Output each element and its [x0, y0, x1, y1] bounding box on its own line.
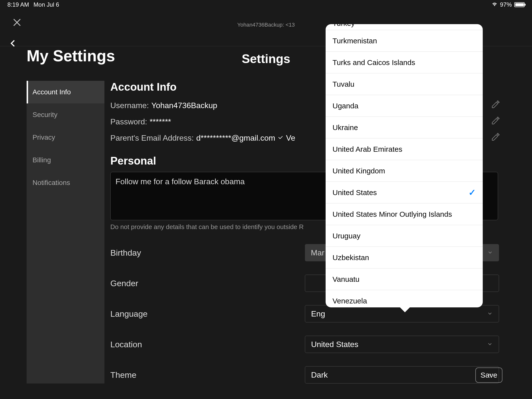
- sidebar-item-privacy[interactable]: Privacy: [27, 126, 104, 149]
- sidebar-item-notifications[interactable]: Notifications: [27, 171, 104, 194]
- dropdown-label: Turkey: [332, 24, 355, 28]
- password-label: Password:: [110, 117, 147, 126]
- sidebar-item-security[interactable]: Security: [27, 103, 104, 126]
- dropdown-label: Turkmenistan: [332, 37, 377, 45]
- status-time: 8:19 AM: [7, 1, 29, 8]
- dropdown-item[interactable]: United Arab Emirates: [326, 138, 483, 160]
- dropdown-item[interactable]: Turkmenistan: [326, 30, 483, 52]
- edit-password-button[interactable]: [491, 116, 500, 127]
- my-settings-heading: My Settings: [27, 47, 115, 65]
- chevron-down-icon: [487, 248, 493, 257]
- close-button[interactable]: [11, 16, 23, 29]
- sidebar-item-label: Security: [33, 111, 57, 118]
- location-label: Location: [110, 340, 305, 349]
- dropdown-item[interactable]: Turks and Caicos Islands: [326, 52, 483, 73]
- username-value: Yohan4736Backup: [151, 101, 217, 110]
- sidebar: Account Info Security Privacy Billing No…: [27, 81, 104, 383]
- username-label: Username:: [110, 101, 149, 110]
- verified-check-icon: [278, 133, 283, 143]
- dropdown-label: Ukraine: [332, 123, 358, 132]
- dropdown-label: United States Minor Outlying Islands: [332, 210, 452, 218]
- sidebar-item-billing[interactable]: Billing: [27, 149, 104, 171]
- location-select[interactable]: United States: [305, 336, 499, 353]
- language-value: Eng: [311, 309, 325, 318]
- dropdown-label: United Arab Emirates: [332, 145, 402, 153]
- dropdown-arrow: [399, 306, 411, 312]
- sidebar-item-label: Billing: [33, 156, 51, 164]
- parent-email-value: d**********@gmail.com: [196, 133, 275, 143]
- dropdown-item[interactable]: Uzbekistan: [326, 247, 483, 268]
- dropdown-item[interactable]: Venezuela: [326, 290, 483, 307]
- dropdown-label: Tuvalu: [332, 80, 354, 88]
- dropdown-item[interactable]: Uganda: [326, 95, 483, 117]
- status-bar: 8:19 AM Mon Jul 6 97%: [0, 0, 532, 9]
- back-button[interactable]: [8, 39, 17, 49]
- battery-icon: [514, 2, 525, 7]
- check-icon: ✓: [468, 187, 476, 198]
- edit-username-button[interactable]: [491, 100, 500, 111]
- edit-parent-email-button[interactable]: [491, 133, 500, 143]
- wifi-icon: [492, 1, 498, 8]
- dropdown-item[interactable]: Vanuatu: [326, 268, 483, 290]
- theme-label: Theme: [110, 370, 305, 380]
- save-button[interactable]: Save: [475, 367, 502, 383]
- theme-value: Dark: [311, 370, 328, 380]
- dropdown-item[interactable]: United Kingdom: [326, 160, 483, 182]
- verified-text: Ve: [286, 133, 295, 143]
- password-value: *******: [150, 117, 171, 126]
- chevron-down-icon: [487, 309, 493, 318]
- dropdown-item[interactable]: Tuvalu: [326, 73, 483, 95]
- sidebar-item-label: Privacy: [33, 133, 55, 141]
- language-label: Language: [110, 309, 305, 319]
- dropdown-label: United Kingdom: [332, 167, 385, 175]
- dropdown-item[interactable]: Ukraine: [326, 117, 483, 138]
- sidebar-item-label: Notifications: [33, 179, 70, 186]
- battery-percent: 97%: [500, 1, 512, 8]
- dropdown-label: United States: [332, 188, 377, 197]
- sidebar-item-label: Account Info: [33, 88, 71, 96]
- dropdown-label: Turks and Caicos Islands: [332, 58, 415, 67]
- chevron-down-icon: [487, 340, 493, 349]
- sidebar-item-account-info[interactable]: Account Info: [27, 81, 104, 103]
- dropdown-label: Uganda: [332, 102, 358, 110]
- dropdown-item[interactable]: Uruguay: [326, 225, 483, 247]
- birthday-label: Birthday: [110, 248, 305, 258]
- bio-text: Follow me for a follow Barack obama: [116, 177, 245, 186]
- dropdown-item[interactable]: United States Minor Outlying Islands: [326, 203, 483, 225]
- location-value: United States: [311, 340, 358, 349]
- parent-email-label: Parent's Email Address:: [110, 133, 194, 143]
- dropdown-label: Vanuatu: [332, 275, 360, 283]
- gender-label: Gender: [110, 279, 305, 288]
- dropdown-label: Uzbekistan: [332, 253, 369, 262]
- dropdown-label: Uruguay: [332, 232, 360, 240]
- dropdown-label: Venezuela: [332, 297, 367, 305]
- status-date: Mon Jul 6: [33, 1, 59, 8]
- location-dropdown: Turkey Turkmenistan Turks and Caicos Isl…: [326, 24, 483, 307]
- birthday-value: Mar: [311, 248, 324, 257]
- theme-select[interactable]: Dark: [305, 366, 499, 383]
- dropdown-item[interactable]: United States ✓: [326, 182, 483, 203]
- dropdown-item[interactable]: Turkey: [326, 24, 483, 30]
